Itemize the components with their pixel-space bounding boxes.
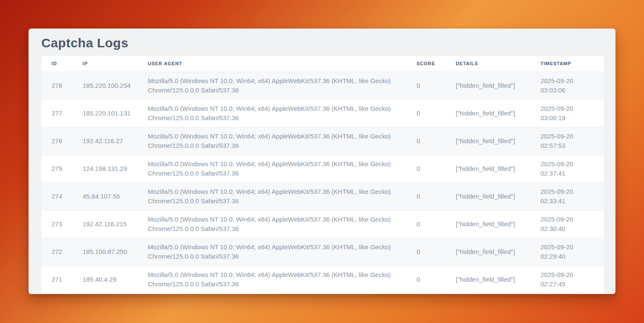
cell-details: ["hidden_field_filled"] xyxy=(446,155,530,182)
cell-timestamp: 2025-09-20 02:27:45 xyxy=(530,265,604,293)
cell-id: 272 xyxy=(41,238,72,265)
cell-id: 274 xyxy=(41,182,72,210)
cell-timestamp: 2025-09-20 02:57:53 xyxy=(530,127,604,155)
cell-ip: 185.100.87.250 xyxy=(72,238,138,265)
cell-ip: 192.42.116.27 xyxy=(72,127,138,155)
cell-ip: 185.40.4.29 xyxy=(72,265,138,293)
cell-details: ["hidden_field_filled"] xyxy=(446,72,530,99)
cell-ip: 185.220.100.254 xyxy=(72,72,138,99)
cell-score: 0 xyxy=(406,99,446,127)
cell-user-agent: Mozilla/5.0 (Windows NT 10.0; Win64; x64… xyxy=(138,72,406,99)
cell-score: 0 xyxy=(406,265,446,293)
cell-id: 276 xyxy=(41,127,72,155)
cell-id: 271 xyxy=(41,265,72,293)
column-header-details: DETAILS xyxy=(446,56,530,72)
cell-user-agent: Mozilla/5.0 (Windows NT 10.0; Win64; x64… xyxy=(138,210,406,238)
logs-table: ID IP USER AGENT SCORE DETAILS TIMESTAMP… xyxy=(41,56,604,293)
cell-ip: 185.220.101.131 xyxy=(72,99,138,127)
cell-ip: 45.84.107.55 xyxy=(72,182,138,210)
table-row: 271 185.40.4.29 Mozilla/5.0 (Windows NT … xyxy=(41,265,604,293)
logs-table-container: ID IP USER AGENT SCORE DETAILS TIMESTAMP… xyxy=(41,56,604,293)
cell-details: ["hidden_field_filled"] xyxy=(446,265,530,293)
table-row: 275 124.198.131.29 Mozilla/5.0 (Windows … xyxy=(41,155,604,182)
cell-score: 0 xyxy=(406,127,446,155)
table-row: 272 185.100.87.250 Mozilla/5.0 (Windows … xyxy=(41,238,604,265)
cell-id: 273 xyxy=(41,210,72,238)
cell-user-agent: Mozilla/5.0 (Windows NT 10.0; Win64; x64… xyxy=(138,182,406,210)
cell-details: ["hidden_field_filled"] xyxy=(446,182,530,210)
logs-table-body: 278 185.220.100.254 Mozilla/5.0 (Windows… xyxy=(41,72,604,293)
column-header-ip: IP xyxy=(72,56,138,72)
cell-id: 275 xyxy=(41,155,72,182)
cell-score: 0 xyxy=(406,182,446,210)
cell-details: ["hidden_field_filled"] xyxy=(446,238,530,265)
table-row: 276 192.42.116.27 Mozilla/5.0 (Windows N… xyxy=(41,127,604,155)
cell-user-agent: Mozilla/5.0 (Windows NT 10.0; Win64; x64… xyxy=(138,127,406,155)
cell-user-agent: Mozilla/5.0 (Windows NT 10.0; Win64; x64… xyxy=(138,155,406,182)
captcha-logs-card: Captcha Logs ID IP USER AGENT SCORE DETA… xyxy=(29,29,615,294)
cell-score: 0 xyxy=(406,210,446,238)
column-header-id: ID xyxy=(41,56,72,72)
cell-ip: 124.198.131.29 xyxy=(72,155,138,182)
table-row: 277 185.220.101.131 Mozilla/5.0 (Windows… xyxy=(41,99,604,127)
table-row: 274 45.84.107.55 Mozilla/5.0 (Windows NT… xyxy=(41,182,604,210)
cell-details: ["hidden_field_filled"] xyxy=(446,210,530,238)
cell-score: 0 xyxy=(406,238,446,265)
header-row: ID IP USER AGENT SCORE DETAILS TIMESTAMP xyxy=(41,56,604,72)
table-row: 273 192.42.116.215 Mozilla/5.0 (Windows … xyxy=(41,210,604,238)
cell-details: ["hidden_field_filled"] xyxy=(446,127,530,155)
cell-score: 0 xyxy=(406,72,446,99)
cell-user-agent: Mozilla/5.0 (Windows NT 10.0; Win64; x64… xyxy=(138,99,406,127)
cell-timestamp: 2025-09-20 02:30:40 xyxy=(530,210,604,238)
cell-details: ["hidden_field_filled"] xyxy=(446,99,530,127)
cell-timestamp: 2025-09-20 03:00:19 xyxy=(530,99,604,127)
table-row: 278 185.220.100.254 Mozilla/5.0 (Windows… xyxy=(41,72,604,99)
cell-ip: 192.42.116.215 xyxy=(72,210,138,238)
cell-user-agent: Mozilla/5.0 (Windows NT 10.0; Win64; x64… xyxy=(138,238,406,265)
cell-timestamp: 2025-09-20 02:29:40 xyxy=(530,238,604,265)
cell-id: 277 xyxy=(41,99,72,127)
cell-user-agent: Mozilla/5.0 (Windows NT 10.0; Win64; x64… xyxy=(138,265,406,293)
logs-table-header: ID IP USER AGENT SCORE DETAILS TIMESTAMP xyxy=(41,56,604,72)
column-header-score: SCORE xyxy=(406,56,446,72)
column-header-user-agent: USER AGENT xyxy=(138,56,406,72)
column-header-timestamp: TIMESTAMP xyxy=(530,56,604,72)
cell-timestamp: 2025-09-20 02:33:41 xyxy=(530,182,604,210)
cell-score: 0 xyxy=(406,155,446,182)
page-title: Captcha Logs xyxy=(41,35,604,51)
cell-id: 278 xyxy=(41,72,72,99)
cell-timestamp: 2025-09-20 03:03:06 xyxy=(530,72,604,99)
cell-timestamp: 2025-09-20 02:37:41 xyxy=(530,155,604,182)
